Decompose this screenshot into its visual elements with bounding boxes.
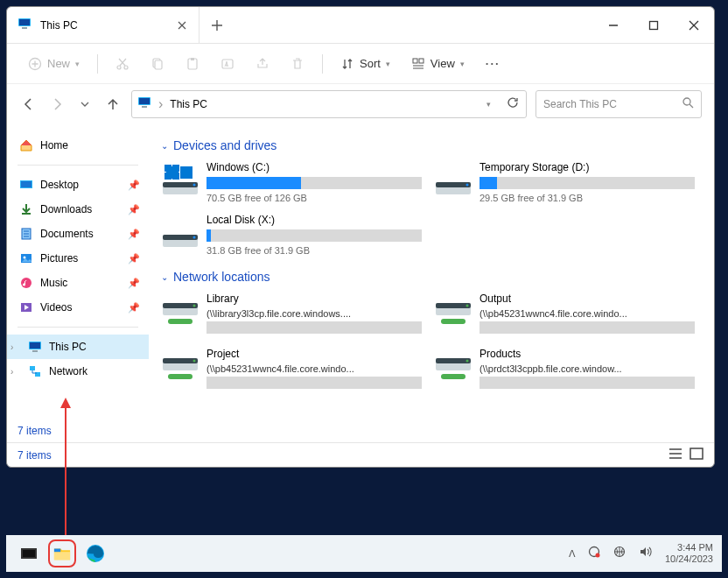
taskbar-start[interactable] <box>15 539 43 567</box>
network-location-item[interactable]: Output (\\pb45231wwnc4.file.core.windo..… <box>434 293 695 337</box>
minimize-button[interactable] <box>593 7 634 43</box>
network-location-item[interactable]: Products (\\prdct3l3cppb.file.core.windo… <box>434 348 695 392</box>
chevron-down-icon[interactable]: ▾ <box>486 100 491 109</box>
chevron-down-icon: ▾ <box>460 60 465 68</box>
sidebar-item-pictures[interactable]: Pictures📌 <box>7 246 149 271</box>
cut-button[interactable] <box>108 53 136 74</box>
svg-point-53 <box>466 305 469 307</box>
drive-icon <box>434 161 472 200</box>
network-location-item[interactable]: Library (\\library3l3cp.file.core.window… <box>161 293 422 337</box>
group-network[interactable]: ⌄Network locations <box>161 270 702 284</box>
usage-bar <box>480 177 695 189</box>
sidebar-item-desktop[interactable]: Desktop📌 <box>7 173 149 197</box>
address-bar[interactable]: › This PC ▾ <box>131 90 527 118</box>
drive-item[interactable]: Temporary Storage (D:) 29.5 GB free of 3… <box>434 161 695 203</box>
tray-network-icon[interactable] <box>612 546 626 561</box>
maximize-button[interactable] <box>634 7 674 43</box>
group-devices[interactable]: ⌄Devices and drives <box>161 138 702 152</box>
close-button[interactable] <box>674 7 714 43</box>
drive-item[interactable]: Windows (C:) 70.5 GB free of 126 GB <box>161 161 422 203</box>
svg-rect-8 <box>155 60 162 69</box>
svg-rect-45 <box>163 235 198 240</box>
svg-rect-14 <box>419 59 424 63</box>
taskbar-explorer[interactable] <box>48 539 76 567</box>
svg-rect-10 <box>191 58 194 60</box>
view-button[interactable]: View ▾ <box>404 53 472 74</box>
close-tab-icon[interactable] <box>176 19 188 32</box>
sort-button[interactable]: Sort ▾ <box>333 53 397 74</box>
search-box[interactable]: Search This PC <box>536 90 702 118</box>
details-view-button[interactable] <box>668 448 682 462</box>
sidebar-item-home[interactable]: Home <box>7 133 149 158</box>
svg-rect-56 <box>163 358 198 363</box>
sidebar-item-documents[interactable]: Documents📌 <box>7 222 149 246</box>
taskbar-edge[interactable] <box>81 539 109 567</box>
drive-free-text: 70.5 GB free of 126 GB <box>206 193 422 203</box>
new-button[interactable]: New ▾ <box>21 53 87 74</box>
svg-point-5 <box>117 66 121 69</box>
new-tab-button[interactable] <box>200 7 234 43</box>
svg-rect-69 <box>54 549 60 553</box>
cut-icon <box>116 57 130 71</box>
paste-button[interactable] <box>178 53 206 74</box>
chevron-right-icon[interactable]: › <box>10 342 13 352</box>
network-drive-icon <box>434 293 472 331</box>
svg-rect-27 <box>30 342 40 349</box>
taskbar: ᐱ 3:44 PM 10/24/2023 <box>6 535 722 572</box>
address-segment[interactable]: This PC <box>170 98 207 110</box>
svg-point-23 <box>24 257 26 259</box>
icons-view-button[interactable] <box>690 448 704 462</box>
network-location-item[interactable]: Project (\\pb45231wwnc4.file.core.windo.… <box>161 348 422 392</box>
usage-bar <box>206 229 422 242</box>
svg-rect-20 <box>21 181 32 187</box>
drive-free-text: 31.8 GB free of 31.9 GB <box>206 245 422 256</box>
sort-icon <box>340 57 354 71</box>
up-button[interactable] <box>103 95 122 114</box>
home-icon <box>19 138 33 152</box>
svg-rect-68 <box>54 552 70 560</box>
tray-sync-icon[interactable] <box>588 546 600 561</box>
network-location-name: Products <box>480 348 695 360</box>
copy-button[interactable] <box>144 53 172 74</box>
pin-icon: 📌 <box>128 253 140 264</box>
tab-this-pc[interactable]: This PC <box>7 7 200 43</box>
svg-rect-52 <box>436 303 471 308</box>
nav-pane: Home Desktop📌 Downloads📌 Documents📌 Pict… <box>7 124 149 442</box>
pin-icon: 📌 <box>128 229 140 240</box>
svg-point-24 <box>21 278 32 288</box>
sidebar-item-music[interactable]: Music📌 <box>7 271 149 295</box>
svg-point-72 <box>595 553 599 558</box>
forward-button[interactable] <box>47 95 66 114</box>
tray-chevron-icon[interactable]: ᐱ <box>569 548 576 560</box>
svg-rect-50 <box>168 319 192 324</box>
usage-bar <box>480 377 695 389</box>
chevron-right-icon[interactable]: › <box>10 367 13 377</box>
content-area: ⌄Devices and drives Windows (C:) 70.5 GB… <box>149 124 714 442</box>
sidebar-item-this-pc[interactable]: ›This PC <box>7 335 149 359</box>
sidebar-item-videos[interactable]: Videos📌 <box>7 295 149 320</box>
delete-button[interactable] <box>284 53 312 74</box>
more-button[interactable]: ··· <box>479 53 508 74</box>
drive-name: Temporary Storage (D:) <box>480 161 695 173</box>
refresh-button[interactable] <box>507 96 521 112</box>
back-button[interactable] <box>19 95 38 114</box>
tab-title: This PC <box>40 19 167 32</box>
sidebar-item-network[interactable]: ›Network <box>7 359 149 384</box>
drive-item[interactable]: Local Disk (X:) 31.8 GB free of 31.9 GB <box>161 214 422 256</box>
status-bar: 7 items <box>7 442 714 467</box>
view-icon <box>411 57 425 71</box>
rename-button[interactable]: A <box>214 53 242 74</box>
svg-rect-39 <box>163 182 198 187</box>
recent-button[interactable] <box>75 95 94 114</box>
svg-rect-34 <box>164 165 172 172</box>
share-icon <box>256 57 270 71</box>
drive-icon <box>161 161 200 200</box>
copy-icon <box>150 57 164 71</box>
sidebar-item-downloads[interactable]: Downloads📌 <box>7 197 149 222</box>
chevron-right-icon[interactable]: › <box>158 96 163 112</box>
share-button[interactable] <box>248 53 276 74</box>
network-location-name: Project <box>206 348 422 360</box>
taskbar-clock[interactable]: 3:44 PM 10/24/2023 <box>665 542 713 565</box>
svg-rect-67 <box>23 550 35 557</box>
tray-volume-icon[interactable] <box>639 546 653 561</box>
